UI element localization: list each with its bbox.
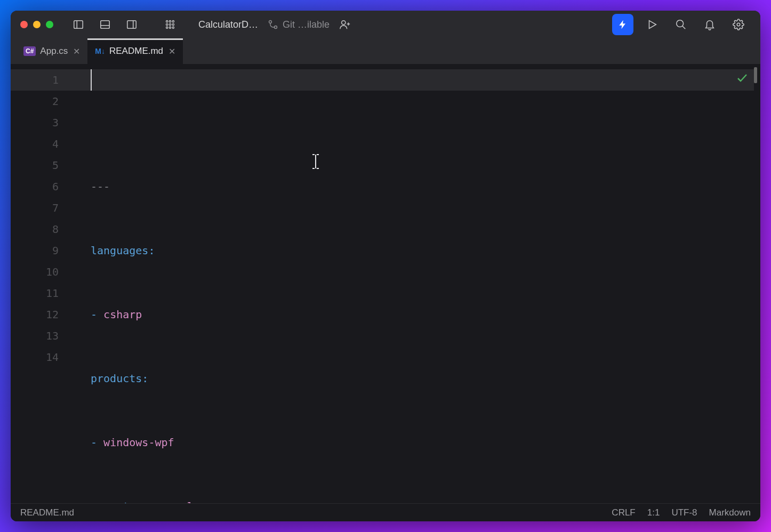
svg-point-23: [737, 23, 740, 26]
minimize-window-button[interactable]: [33, 21, 41, 28]
code-text: windows-wpf: [103, 436, 174, 449]
text-caret: [91, 69, 92, 91]
tab-label: README.md: [109, 46, 163, 57]
svg-rect-2: [101, 21, 110, 29]
line-number: 6: [11, 176, 59, 197]
inspection-ok-icon[interactable]: [736, 71, 749, 86]
svg-point-13: [169, 27, 171, 28]
csharp-file-icon: C#: [23, 46, 36, 56]
svg-point-7: [169, 21, 171, 22]
code-text: page_type: [91, 500, 148, 503]
apps-grid-icon[interactable]: [160, 14, 180, 35]
svg-point-16: [275, 26, 277, 29]
svg-point-6: [166, 21, 168, 22]
titlebar-right-actions: [612, 14, 749, 35]
close-window-button[interactable]: [20, 21, 28, 28]
run-button[interactable]: [642, 14, 662, 35]
ibeam-cursor-icon: [259, 132, 321, 198]
line-number: 9: [11, 240, 59, 261]
window-controls: [20, 21, 53, 28]
svg-point-9: [166, 23, 168, 25]
svg-point-14: [172, 27, 174, 28]
line-number: 5: [11, 155, 59, 176]
line-number: 3: [11, 112, 59, 133]
svg-marker-20: [649, 21, 656, 29]
svg-point-21: [677, 20, 684, 27]
status-encoding[interactable]: UTF-8: [671, 507, 697, 518]
line-number: 13: [11, 325, 59, 346]
svg-rect-4: [127, 21, 136, 29]
svg-line-22: [682, 26, 686, 29]
code-text: ---: [91, 180, 110, 193]
status-line-ending[interactable]: CRLF: [612, 507, 635, 518]
statusbar: README.md CRLF 1:1 UTF-8 Markdown: [11, 503, 760, 521]
settings-icon[interactable]: [728, 14, 749, 35]
line-number: 2: [11, 91, 59, 112]
markdown-file-icon: M↓: [95, 47, 105, 55]
svg-rect-0: [74, 21, 83, 29]
status-cursor-position[interactable]: 1:1: [647, 507, 660, 518]
code-text: sample: [161, 500, 199, 503]
scrollbar-thumb[interactable]: [754, 67, 757, 83]
notifications-icon[interactable]: [700, 14, 720, 35]
code-text: languages: [91, 244, 148, 257]
close-tab-icon[interactable]: ✕: [168, 46, 175, 57]
svg-point-10: [169, 23, 171, 25]
line-number: 10: [11, 261, 59, 283]
window-title: CalculatorD…: [198, 19, 258, 30]
tab-readme-md[interactable]: M↓ README.md ✕: [87, 38, 183, 64]
svg-point-15: [269, 21, 272, 23]
layout-controls: [68, 14, 142, 35]
close-tab-icon[interactable]: ✕: [73, 46, 80, 57]
ide-window: CalculatorD… Git …ilable: [11, 11, 760, 521]
svg-point-8: [172, 21, 174, 22]
panel-left-icon[interactable]: [68, 14, 89, 35]
git-widget[interactable]: Git …ilable: [268, 19, 330, 30]
line-number: 4: [11, 133, 59, 155]
panel-bottom-icon[interactable]: [95, 14, 115, 35]
status-file-type[interactable]: Markdown: [709, 507, 751, 518]
tab-label: App.cs: [40, 46, 68, 57]
code-text: products: [91, 372, 142, 385]
line-number: 11: [11, 283, 59, 304]
search-icon[interactable]: [671, 14, 691, 35]
tab-app-cs[interactable]: C# App.cs ✕: [16, 38, 87, 64]
line-gutter: 1 2 3 4 5 6 7 8 9 10 11 12 13 14: [11, 64, 69, 503]
code-text: csharp: [103, 308, 142, 321]
editor[interactable]: 1 2 3 4 5 6 7 8 9 10 11 12 13 14: [11, 64, 760, 503]
ai-assistant-button[interactable]: [612, 14, 633, 35]
line-number: 8: [11, 219, 59, 240]
code-area[interactable]: --- languages: - csharp products: - wind…: [69, 64, 760, 503]
line-number: 12: [11, 304, 59, 325]
titlebar: CalculatorD… Git …ilable: [11, 11, 760, 38]
panel-right-icon[interactable]: [122, 14, 142, 35]
status-file-name[interactable]: README.md: [20, 507, 74, 518]
git-branch-label: Git …ilable: [283, 19, 330, 30]
line-number: 1: [11, 69, 59, 91]
svg-point-17: [342, 21, 346, 25]
zoom-window-button[interactable]: [46, 21, 53, 28]
svg-point-11: [172, 23, 174, 25]
add-account-icon[interactable]: [335, 14, 355, 35]
svg-point-12: [166, 27, 168, 28]
line-number: 14: [11, 346, 59, 368]
line-number: 7: [11, 197, 59, 219]
editor-tabbar: C# App.cs ✕ M↓ README.md ✕: [11, 38, 760, 64]
